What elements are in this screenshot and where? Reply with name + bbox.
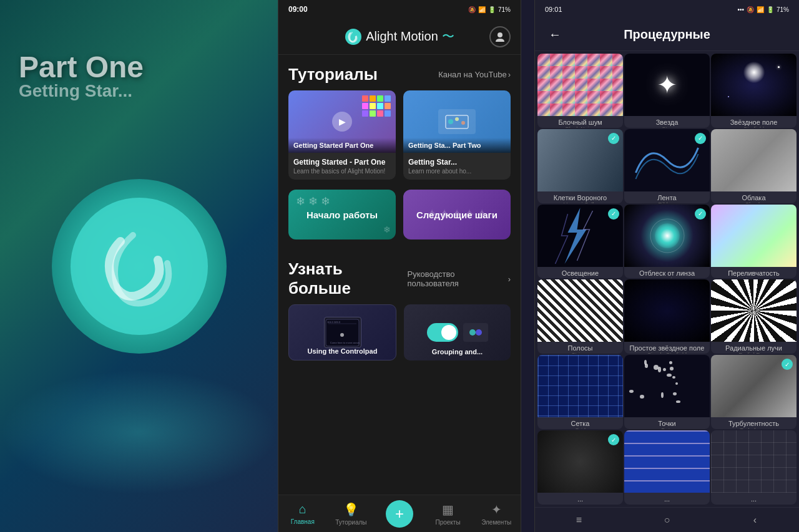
grid-item-15[interactable]: ✓ Турбулентность Turbulence: [711, 355, 797, 429]
add-button[interactable]: +: [386, 500, 413, 528]
next-card-steps[interactable]: ✦✦✦✦✦ Следующие шаги: [403, 190, 511, 239]
grid-thumb-4: ✓: [537, 129, 623, 191]
grid-label-9: Переливчатость Iridescence: [711, 267, 797, 279]
svg-point-10: [340, 333, 344, 337]
grid-en-name-1: Block Noise: [541, 126, 619, 128]
tutorial-card-1[interactable]: ▶ Getting Started Part One Getting Start…: [288, 90, 396, 180]
grid-item-7[interactable]: ✓ Освещение Lightning: [537, 205, 623, 279]
grid-item-9[interactable]: Переливчатость Iridescence: [711, 205, 797, 279]
grid-item-4[interactable]: ✓ Клетки Вороного Voronoi Cells: [537, 129, 623, 203]
sys-back-btn[interactable]: ‹: [746, 514, 765, 526]
profile-button[interactable]: [489, 26, 511, 47]
grid-item-8[interactable]: ✓ Отблеск от линза Lens Flare: [624, 205, 710, 279]
grid-thumb-9: [711, 205, 797, 267]
tutorial-thumb-2: Getting Sta... Part Two: [403, 90, 511, 153]
app-logo-icon: [345, 28, 362, 46]
next-card-start[interactable]: ❄ ❄ ❄ Начало работы ❄: [288, 190, 396, 239]
grid-thumb-7: ✓: [537, 205, 623, 267]
phone1-time: 09:00: [288, 5, 308, 14]
grid-label-13: Сетка Grid: [537, 417, 623, 429]
bg-text-bottom: Getting Star...: [19, 81, 132, 101]
grid-item-18[interactable]: ...: [711, 430, 797, 505]
grid-item-11[interactable]: Простое звёздное поле Simple Starfield: [624, 279, 710, 354]
grid-thumb-16: ✓: [537, 430, 623, 493]
next-card-start-text: Начало работы: [306, 210, 378, 220]
grid-en-name-2: Star: [628, 126, 706, 128]
learn-card-grouping[interactable]: Grouping and...: [404, 304, 511, 360]
grid-thumb-11: [624, 279, 710, 342]
play-button-1[interactable]: ▶: [332, 112, 352, 132]
svg-point-6: [461, 121, 465, 125]
controlpad-visual: 104.5 589.0 Come here to move canvas: [324, 317, 361, 348]
nav-projects[interactable]: ▦ Проекты: [424, 495, 473, 532]
grid-label-7: Освещение Lightning: [537, 267, 623, 279]
grid-ru-name-5: Лента: [628, 194, 706, 201]
grid-label-10: Полосы Stripes: [537, 342, 623, 354]
projects-icon: ▦: [442, 502, 454, 517]
procedural-grid[interactable]: Блочный шум Block Noise ✦ Звезда Star Зв…: [535, 51, 799, 507]
grid-ru-name-9: Переливчатость: [715, 269, 793, 277]
tutorial-info-1: Getting Started - Part One Learn the bas…: [288, 153, 396, 180]
title-wave-icon: 〜: [442, 28, 454, 45]
app-title: Alight Motion 〜: [345, 28, 454, 46]
controlpad-svg: 104.5 589.0 Come here to move canvas: [325, 319, 360, 347]
grid-item-3[interactable]: Звёздное поле Starfield: [711, 54, 797, 128]
phone2-battery-pct: 71%: [777, 6, 789, 13]
learn-row: 104.5 589.0 Come here to move canvas Usi…: [278, 304, 521, 370]
card2-subtitle: Learn more about ho...: [408, 168, 506, 175]
learn-card-controlpad[interactable]: 104.5 589.0 Come here to move canvas Usi…: [288, 304, 396, 360]
grid-thumb-3: [711, 54, 797, 116]
phone1-status-bar: 09:00 🔕 📶 🔋 71%: [278, 0, 521, 19]
alarm-icon: 🔕: [468, 6, 476, 13]
battery-icon: 🔋: [488, 6, 496, 13]
grid-item-17[interactable]: ...: [624, 430, 710, 505]
grid-label-8: Отблеск от линза Lens Flare: [624, 267, 710, 279]
grid-item-14[interactable]: Точки Dots: [624, 355, 710, 429]
grid-ru-name-18: ...: [715, 495, 793, 503]
grid-label-14: Точки Dots: [624, 417, 710, 429]
tutorials-row: ▶ Getting Started Part One Getting Start…: [278, 90, 521, 190]
bottom-nav: ⌂ Главная 💡 Туториалы + ▦ Проекты ✦ Элем…: [278, 495, 521, 532]
grid-ru-name-1: Блочный шум: [541, 118, 619, 126]
phone2-bottom-bar: ≡ ○ ‹: [535, 507, 799, 532]
check-badge-4: ✓: [608, 133, 619, 144]
grid-label-1: Блочный шум Block Noise: [537, 116, 623, 128]
svg-point-4: [448, 119, 453, 124]
learn-card2-label: Grouping and...: [404, 348, 511, 355]
nav-elements[interactable]: ✦ Элементы: [472, 495, 521, 532]
nav-projects-label: Проекты: [436, 519, 461, 526]
nav-home[interactable]: ⌂ Главная: [278, 495, 327, 532]
grid-thumb-6: [711, 129, 797, 191]
phone2-alarm: 🔕: [747, 6, 754, 13]
grid-item-5[interactable]: ✓ Лента Ribbon: [624, 129, 710, 203]
svg-text:104.5    589.0: 104.5 589.0: [327, 321, 341, 324]
sys-menu-btn[interactable]: ≡: [570, 514, 589, 526]
phone2-signal: 📶: [757, 6, 764, 13]
signal-icon: 📶: [478, 6, 486, 13]
phone1-scroll-content[interactable]: Туториалы Канал на YouTube ›: [278, 55, 521, 495]
learn-title: Узнать больше: [288, 259, 408, 298]
sys-home-btn[interactable]: ○: [658, 514, 677, 526]
nav-add[interactable]: +: [375, 500, 424, 528]
grid-item-12[interactable]: Радиальные лучи Radial Rays: [711, 279, 797, 354]
grid-item-16[interactable]: ✓ ...: [537, 430, 623, 505]
phone2-battery: 🔋: [767, 6, 774, 13]
tutorial-card-2[interactable]: Getting Sta... Part Two Getting Star... …: [403, 90, 511, 180]
nav-tutorials[interactable]: 💡 Туториалы: [327, 495, 376, 532]
plus-icon: +: [395, 505, 404, 523]
grid-thumb-17: [624, 430, 710, 493]
grid-ru-name-2: Звезда: [628, 118, 706, 126]
grid-item-13[interactable]: Сетка Grid: [537, 355, 623, 429]
grid-item-6[interactable]: Облака Clouds: [711, 129, 797, 203]
grid-label-15: Турбулентность Turbulence: [711, 417, 797, 429]
grid-item-2[interactable]: ✦ Звезда Star: [624, 54, 710, 128]
grid-item-10[interactable]: Полосы Stripes: [537, 279, 623, 354]
tutorial-info-2: Getting Star... Learn more about ho...: [403, 153, 511, 180]
nav-tutorials-label: Туториалы: [335, 519, 366, 526]
back-button[interactable]: ←: [545, 25, 565, 45]
youtube-link[interactable]: Канал на YouTube ›: [438, 70, 511, 79]
user-guide-link[interactable]: Руководство пользователя ›: [408, 269, 511, 288]
grid-item-1[interactable]: Блочный шум Block Noise: [537, 54, 623, 128]
grid-ru-name-3: Звёздное поле: [715, 118, 793, 126]
battery-pct: 71%: [498, 6, 511, 13]
